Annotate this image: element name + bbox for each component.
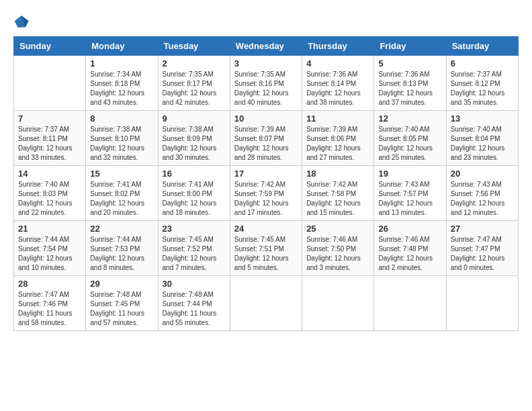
day-info: Sunrise: 7:43 AM Sunset: 7:57 PM Dayligh…: [378, 180, 441, 218]
day-number: 8: [90, 113, 153, 124]
day-number: 18: [306, 169, 369, 179]
day-info: Sunrise: 7:38 AM Sunset: 8:10 PM Dayligh…: [90, 125, 153, 163]
calendar-cell: 17Sunrise: 7:42 AM Sunset: 7:59 PM Dayli…: [230, 166, 302, 221]
calendar-cell: 6Sunrise: 7:37 AM Sunset: 8:12 PM Daylig…: [446, 56, 518, 111]
day-number: 6: [451, 58, 514, 68]
calendar-cell: 21Sunrise: 7:44 AM Sunset: 7:54 PM Dayli…: [14, 221, 86, 276]
day-number: 22: [90, 224, 153, 234]
calendar-cell: 19Sunrise: 7:43 AM Sunset: 7:57 PM Dayli…: [374, 166, 446, 221]
calendar-cell: 5Sunrise: 7:36 AM Sunset: 8:13 PM Daylig…: [374, 56, 446, 111]
calendar-day-header: Friday: [374, 37, 446, 56]
calendar-day-header: Saturday: [446, 37, 518, 56]
calendar-day-header: Sunday: [14, 37, 86, 56]
calendar-cell: 28Sunrise: 7:47 AM Sunset: 7:46 PM Dayli…: [14, 276, 86, 331]
calendar-cell: 25Sunrise: 7:46 AM Sunset: 7:50 PM Dayli…: [302, 221, 374, 276]
calendar-cell: [446, 276, 518, 331]
calendar-cell: 15Sunrise: 7:41 AM Sunset: 8:02 PM Dayli…: [86, 166, 158, 221]
day-info: Sunrise: 7:36 AM Sunset: 8:13 PM Dayligh…: [378, 70, 441, 107]
page-header: [13, 13, 519, 30]
calendar-cell: 24Sunrise: 7:45 AM Sunset: 7:51 PM Dayli…: [230, 221, 302, 276]
day-info: Sunrise: 7:35 AM Sunset: 8:16 PM Dayligh…: [234, 70, 298, 107]
calendar-cell: 30Sunrise: 7:48 AM Sunset: 7:44 PM Dayli…: [158, 276, 230, 331]
day-info: Sunrise: 7:34 AM Sunset: 8:18 PM Dayligh…: [90, 70, 153, 107]
day-number: 3: [234, 58, 298, 68]
day-number: 2: [163, 58, 226, 68]
day-number: 28: [18, 279, 81, 289]
logo-icon: [13, 13, 30, 30]
calendar-cell: 7Sunrise: 7:37 AM Sunset: 8:11 PM Daylig…: [14, 111, 86, 166]
calendar-cell: [14, 56, 86, 111]
day-info: Sunrise: 7:47 AM Sunset: 7:46 PM Dayligh…: [18, 290, 81, 328]
day-number: 25: [306, 224, 369, 234]
day-info: Sunrise: 7:44 AM Sunset: 7:54 PM Dayligh…: [18, 235, 81, 273]
day-info: Sunrise: 7:48 AM Sunset: 7:44 PM Dayligh…: [163, 290, 226, 328]
day-info: Sunrise: 7:38 AM Sunset: 8:09 PM Dayligh…: [163, 125, 226, 163]
calendar-cell: 13Sunrise: 7:40 AM Sunset: 8:04 PM Dayli…: [446, 111, 518, 166]
day-number: 13: [451, 113, 514, 124]
calendar-day-header: Thursday: [302, 37, 374, 56]
day-info: Sunrise: 7:37 AM Sunset: 8:11 PM Dayligh…: [18, 125, 81, 163]
day-info: Sunrise: 7:45 AM Sunset: 7:51 PM Dayligh…: [234, 235, 298, 273]
day-number: 24: [234, 224, 298, 234]
calendar-table: SundayMondayTuesdayWednesdayThursdayFrid…: [13, 36, 519, 331]
day-info: Sunrise: 7:40 AM Sunset: 8:04 PM Dayligh…: [451, 125, 514, 163]
calendar-cell: [230, 276, 302, 331]
day-number: 10: [234, 113, 298, 124]
day-number: 20: [451, 169, 514, 179]
day-info: Sunrise: 7:43 AM Sunset: 7:56 PM Dayligh…: [451, 180, 514, 218]
day-number: 27: [451, 224, 514, 234]
day-info: Sunrise: 7:40 AM Sunset: 8:05 PM Dayligh…: [378, 125, 441, 163]
calendar-cell: [302, 276, 374, 331]
day-info: Sunrise: 7:40 AM Sunset: 8:03 PM Dayligh…: [18, 180, 81, 218]
calendar-day-header: Tuesday: [158, 37, 230, 56]
day-info: Sunrise: 7:39 AM Sunset: 8:06 PM Dayligh…: [306, 125, 369, 163]
calendar-cell: 22Sunrise: 7:44 AM Sunset: 7:53 PM Dayli…: [86, 221, 158, 276]
day-number: 21: [18, 224, 81, 234]
day-info: Sunrise: 7:42 AM Sunset: 7:58 PM Dayligh…: [306, 180, 369, 218]
calendar-cell: 26Sunrise: 7:46 AM Sunset: 7:48 PM Dayli…: [374, 221, 446, 276]
day-info: Sunrise: 7:46 AM Sunset: 7:50 PM Dayligh…: [306, 235, 369, 273]
calendar-day-header: Monday: [86, 37, 158, 56]
calendar-cell: 4Sunrise: 7:36 AM Sunset: 8:14 PM Daylig…: [302, 56, 374, 111]
calendar-cell: 3Sunrise: 7:35 AM Sunset: 8:16 PM Daylig…: [230, 56, 302, 111]
calendar-cell: 14Sunrise: 7:40 AM Sunset: 8:03 PM Dayli…: [14, 166, 86, 221]
day-number: 1: [90, 58, 153, 68]
calendar-cell: 23Sunrise: 7:45 AM Sunset: 7:52 PM Dayli…: [158, 221, 230, 276]
calendar-cell: [374, 276, 446, 331]
calendar-cell: 16Sunrise: 7:41 AM Sunset: 8:00 PM Dayli…: [158, 166, 230, 221]
day-info: Sunrise: 7:48 AM Sunset: 7:45 PM Dayligh…: [90, 290, 153, 328]
day-info: Sunrise: 7:42 AM Sunset: 7:59 PM Dayligh…: [234, 180, 298, 218]
day-number: 17: [234, 169, 298, 179]
day-number: 7: [18, 113, 81, 124]
day-info: Sunrise: 7:44 AM Sunset: 7:53 PM Dayligh…: [90, 235, 153, 273]
day-info: Sunrise: 7:36 AM Sunset: 8:14 PM Dayligh…: [306, 70, 369, 107]
calendar-cell: 1Sunrise: 7:34 AM Sunset: 8:18 PM Daylig…: [86, 56, 158, 111]
day-number: 9: [163, 113, 226, 124]
day-info: Sunrise: 7:47 AM Sunset: 7:47 PM Dayligh…: [451, 235, 514, 273]
day-info: Sunrise: 7:39 AM Sunset: 8:07 PM Dayligh…: [234, 125, 298, 163]
calendar-day-header: Wednesday: [230, 37, 302, 56]
calendar-header: SundayMondayTuesdayWednesdayThursdayFrid…: [14, 37, 519, 56]
calendar-cell: 18Sunrise: 7:42 AM Sunset: 7:58 PM Dayli…: [302, 166, 374, 221]
calendar-cell: 12Sunrise: 7:40 AM Sunset: 8:05 PM Dayli…: [374, 111, 446, 166]
calendar-cell: 20Sunrise: 7:43 AM Sunset: 7:56 PM Dayli…: [446, 166, 518, 221]
day-number: 4: [306, 58, 369, 68]
day-info: Sunrise: 7:41 AM Sunset: 8:00 PM Dayligh…: [163, 180, 226, 218]
calendar-cell: 27Sunrise: 7:47 AM Sunset: 7:47 PM Dayli…: [446, 221, 518, 276]
day-info: Sunrise: 7:46 AM Sunset: 7:48 PM Dayligh…: [378, 235, 441, 273]
day-number: 11: [306, 113, 369, 124]
calendar-cell: 11Sunrise: 7:39 AM Sunset: 8:06 PM Dayli…: [302, 111, 374, 166]
calendar-cell: 29Sunrise: 7:48 AM Sunset: 7:45 PM Dayli…: [86, 276, 158, 331]
day-number: 19: [378, 169, 441, 179]
day-number: 29: [90, 279, 153, 289]
calendar-cell: 10Sunrise: 7:39 AM Sunset: 8:07 PM Dayli…: [230, 111, 302, 166]
day-info: Sunrise: 7:45 AM Sunset: 7:52 PM Dayligh…: [163, 235, 226, 273]
day-number: 5: [378, 58, 441, 68]
day-number: 16: [163, 169, 226, 179]
day-info: Sunrise: 7:35 AM Sunset: 8:17 PM Dayligh…: [163, 70, 226, 107]
day-number: 14: [18, 169, 81, 179]
calendar-cell: 8Sunrise: 7:38 AM Sunset: 8:10 PM Daylig…: [86, 111, 158, 166]
day-number: 26: [378, 224, 441, 234]
day-number: 23: [163, 224, 226, 234]
day-number: 12: [378, 113, 441, 124]
